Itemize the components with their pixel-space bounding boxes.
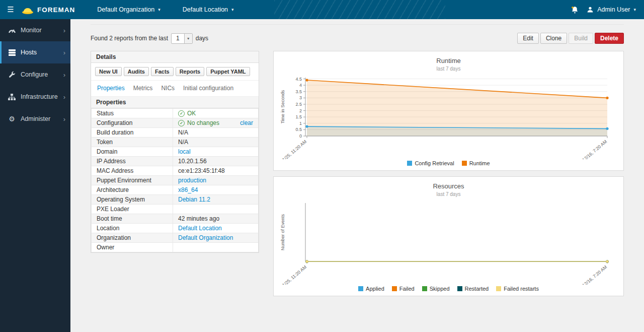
svg-text:11/25, 11:20 AM: 11/25, 11:20 AM bbox=[279, 139, 307, 159]
caret-down-icon: ▾ bbox=[633, 7, 636, 12]
clone-button[interactable]: Clone bbox=[540, 33, 567, 44]
organization-label: Default Organization bbox=[97, 6, 154, 13]
property-label: Token bbox=[92, 138, 173, 147]
delete-button[interactable]: Delete bbox=[595, 33, 624, 44]
caret-down-icon: ▾ bbox=[158, 7, 160, 12]
brand-name: FOREMAN bbox=[37, 6, 75, 14]
notifications-button[interactable] bbox=[571, 6, 579, 14]
property-label: Owner bbox=[92, 243, 173, 252]
svg-text:0: 0 bbox=[299, 134, 301, 139]
sidebar-item-label: Configure bbox=[21, 71, 48, 78]
build-button[interactable]: Build bbox=[569, 33, 593, 44]
svg-text:1: 1 bbox=[299, 121, 301, 126]
status-value: ✓ OK bbox=[178, 110, 253, 117]
tab-metrics[interactable]: Metrics bbox=[133, 85, 153, 92]
edit-button[interactable]: Edit bbox=[517, 33, 539, 44]
legend-label: Applied bbox=[366, 286, 384, 292]
svg-text:4: 4 bbox=[299, 83, 301, 88]
report-filter: Found 2 reports from the last 1 ▼ days bbox=[91, 33, 208, 44]
legend-swatch bbox=[457, 286, 462, 291]
new-ui-button[interactable]: New UI bbox=[95, 67, 122, 76]
brand-home-link[interactable]: FOREMAN bbox=[21, 5, 75, 15]
resources-chart-card: Resources last 7 days 11/25, 11:20 AM12/… bbox=[273, 176, 624, 296]
puppet-yaml-button[interactable]: Puppet YAML bbox=[206, 67, 250, 76]
property-label: Build duration bbox=[92, 128, 173, 138]
ok-circle-icon: ✓ bbox=[178, 120, 185, 126]
legend-label: Failed restarts bbox=[504, 286, 539, 292]
puppet-environment-link[interactable]: production bbox=[178, 177, 206, 184]
details-card-header: Details bbox=[91, 51, 259, 63]
property-label: Architecture bbox=[92, 185, 173, 195]
navbar-pattern bbox=[274, 0, 445, 19]
location-dropdown[interactable]: Default Location ▾ bbox=[172, 0, 245, 19]
audits-button[interactable]: Audits bbox=[124, 67, 149, 76]
organization-dropdown[interactable]: Default Organization ▾ bbox=[86, 0, 171, 19]
sidebar-item-monitor[interactable]: Monitor › bbox=[0, 19, 70, 41]
legend-swatch bbox=[496, 286, 501, 291]
sidebar-item-infrastructure[interactable]: Infrastructure › bbox=[0, 86, 70, 108]
runtime-chart: 00.511.522.533.544.511/25, 11:20 AM12/16… bbox=[278, 75, 620, 159]
sidebar-item-label: Administer bbox=[21, 115, 50, 122]
table-row: Puppet Environment production bbox=[92, 176, 259, 185]
sidebar-item-label: Hosts bbox=[21, 49, 37, 56]
chart-subtitle: last 7 days bbox=[274, 66, 623, 72]
status-text: OK bbox=[187, 110, 196, 117]
charts-column: Runtime last 7 days 00.511.522.533.544.5… bbox=[273, 51, 624, 296]
sidebar: Monitor › Hosts › Configure › bbox=[0, 19, 70, 332]
chart-legend: Config RetrievalRuntime bbox=[274, 160, 623, 166]
table-row: Location Default Location bbox=[92, 224, 259, 233]
property-value: 42 minutes ago bbox=[173, 214, 259, 224]
user-name: Admin User bbox=[597, 6, 630, 13]
legend-item[interactable]: Failed restarts bbox=[496, 286, 539, 292]
reports-button[interactable]: Reports bbox=[176, 67, 205, 76]
sidebar-item-hosts[interactable]: Hosts › bbox=[0, 41, 70, 63]
sidebar-item-configure[interactable]: Configure › bbox=[0, 63, 70, 86]
table-row: Status ✓ OK bbox=[92, 109, 259, 118]
legend-item[interactable]: Restarted bbox=[457, 286, 489, 292]
details-card: Details New UI Audits Facts Reports Pupp… bbox=[91, 51, 259, 253]
table-row: Build duration N/A bbox=[92, 128, 259, 138]
svg-text:3: 3 bbox=[299, 95, 301, 100]
legend-swatch bbox=[407, 161, 412, 166]
menu-toggle-button[interactable]: ☰ bbox=[0, 5, 21, 14]
location-link[interactable]: Default Location bbox=[178, 225, 222, 232]
legend-item[interactable]: Applied bbox=[358, 286, 384, 292]
tab-initial-configuration[interactable]: Initial configuration bbox=[183, 85, 233, 92]
facts-button[interactable]: Facts bbox=[151, 67, 174, 76]
property-label: Organization bbox=[92, 233, 173, 243]
sidebar-item-label: Monitor bbox=[21, 27, 42, 34]
architecture-link[interactable]: x86_64 bbox=[178, 186, 198, 193]
property-label: Puppet Environment bbox=[92, 176, 173, 185]
property-label: Boot time bbox=[92, 214, 173, 224]
tab-properties[interactable]: Properties bbox=[97, 85, 125, 92]
user-menu-dropdown[interactable]: Admin User ▾ bbox=[587, 6, 636, 13]
legend-item[interactable]: Skipped bbox=[422, 286, 450, 292]
sidebar-item-administer[interactable]: ⚙ Administer › bbox=[0, 108, 70, 130]
property-value: N/A bbox=[173, 138, 259, 147]
chart-title: Resources bbox=[274, 182, 623, 190]
server-icon bbox=[8, 49, 16, 56]
legend-item[interactable]: Runtime bbox=[462, 160, 490, 166]
legend-item[interactable]: Config Retrieval bbox=[407, 160, 454, 166]
property-value: 10.20.1.56 bbox=[173, 157, 259, 166]
resources-chart: 11/25, 11:20 AM12/16, 7:20 AMNumber of E… bbox=[278, 200, 620, 285]
legend-label: Runtime bbox=[469, 160, 490, 166]
foreman-logo-icon bbox=[21, 5, 34, 15]
hamburger-icon: ☰ bbox=[7, 5, 14, 14]
property-value: ce:e1:23:45:1f:48 bbox=[173, 166, 259, 176]
operating-system-link[interactable]: Debian 11.2 bbox=[178, 196, 210, 203]
days-select[interactable]: 1 ▼ bbox=[171, 33, 193, 44]
legend-label: Config Retrieval bbox=[415, 160, 454, 166]
tachometer-icon bbox=[8, 27, 16, 33]
table-row: Owner bbox=[92, 243, 259, 252]
tab-nics[interactable]: NICs bbox=[161, 85, 175, 92]
clear-link[interactable]: clear bbox=[240, 119, 253, 126]
domain-link[interactable]: local bbox=[178, 148, 191, 155]
svg-text:Number of Events: Number of Events bbox=[280, 214, 285, 250]
configuration-text: No changes bbox=[187, 119, 219, 126]
host-actions: Edit Clone Build Delete bbox=[517, 33, 624, 44]
property-label: Domain bbox=[92, 147, 173, 157]
organization-link[interactable]: Default Organization bbox=[178, 234, 233, 241]
svg-text:12/16, 7:20 AM: 12/16, 7:20 AM bbox=[581, 139, 608, 159]
legend-item[interactable]: Failed bbox=[392, 286, 415, 292]
